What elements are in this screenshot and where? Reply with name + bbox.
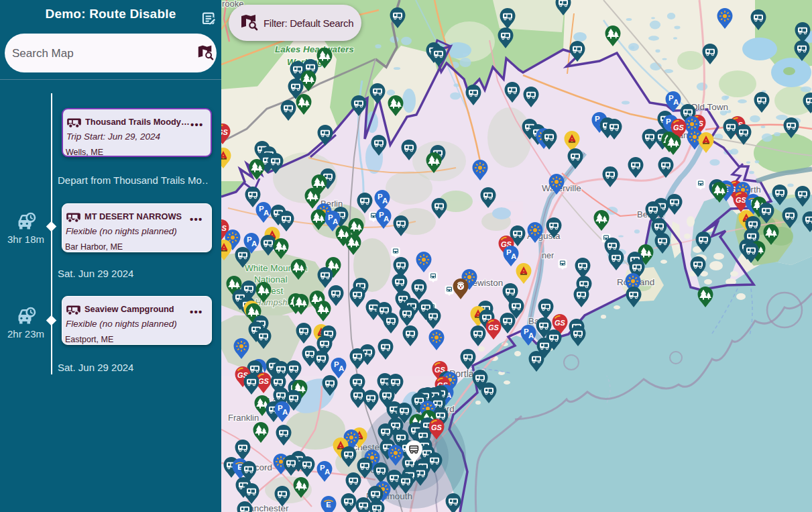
svg-text:Franklin: Franklin — [228, 413, 259, 423]
svg-text:National: National — [254, 274, 288, 285]
svg-text:ner: ner — [542, 251, 554, 260]
svg-text:Lakes Headwaters: Lakes Headwaters — [275, 44, 354, 54]
svg-text:Old Town: Old Town — [691, 102, 728, 112]
